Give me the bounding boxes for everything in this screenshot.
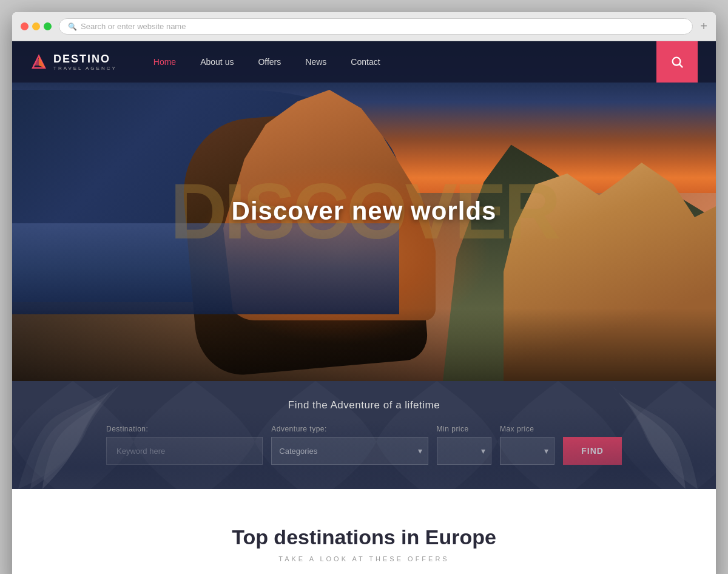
nav-link-home[interactable]: Home bbox=[141, 41, 188, 83]
logo-text: DESTINO TRAVEL AGENCY bbox=[53, 53, 117, 71]
bottom-title: Top destinations in Europe bbox=[36, 525, 692, 549]
destination-input[interactable] bbox=[106, 437, 263, 465]
search-panel: Find the Adventure of a lifetime Destina… bbox=[12, 381, 716, 489]
bottom-section: Top destinations in Europe TAKE A LOOK A… bbox=[12, 489, 716, 574]
destination-label: Destination: bbox=[106, 425, 263, 433]
window-controls bbox=[21, 22, 52, 30]
logo-svg bbox=[30, 53, 47, 70]
bottom-subtitle: TAKE A LOOK AT THESE OFFERS bbox=[36, 555, 692, 562]
minimize-button[interactable] bbox=[32, 22, 40, 30]
min-price-select-wrapper: $100 $200 $500 $1000 bbox=[437, 437, 491, 465]
browser-chrome: 🔍 Search or enter website name + bbox=[12, 12, 716, 41]
search-button[interactable] bbox=[656, 41, 698, 83]
svg-marker-1 bbox=[33, 58, 39, 66]
svg-point-3 bbox=[673, 58, 681, 66]
address-bar[interactable]: 🔍 Search or enter website name bbox=[59, 18, 693, 35]
website-content: DESTINO TRAVEL AGENCY Home About us Offe… bbox=[12, 41, 716, 574]
logo-icon bbox=[30, 53, 47, 70]
search-icon bbox=[670, 55, 684, 69]
find-button[interactable]: Find bbox=[563, 437, 622, 465]
hero-title: Discover new worlds bbox=[232, 197, 497, 226]
adventure-select-wrapper: Categories Beach Mountain City Adventure bbox=[271, 437, 428, 465]
min-price-select[interactable]: $100 $200 $500 $1000 bbox=[437, 437, 491, 465]
min-price-group: Min price $100 $200 $500 $1000 bbox=[437, 425, 491, 465]
close-button[interactable] bbox=[21, 22, 29, 30]
search-icon: 🔍 bbox=[68, 22, 77, 31]
maximize-button[interactable] bbox=[44, 22, 52, 30]
max-price-select-wrapper: $500 $1000 $2000 $5000 bbox=[500, 437, 554, 465]
brand-name: DESTINO bbox=[53, 53, 117, 66]
adventure-label: Adventure type: bbox=[271, 425, 428, 433]
min-price-label: Min price bbox=[437, 425, 491, 433]
nav-link-about[interactable]: About us bbox=[188, 41, 246, 83]
svg-line-4 bbox=[679, 64, 682, 67]
nav-link-contact[interactable]: Contact bbox=[339, 41, 392, 83]
max-price-select[interactable]: $500 $1000 $2000 $5000 bbox=[500, 437, 554, 465]
hero-content: Discover new worlds bbox=[232, 197, 497, 226]
destination-group: Destination: bbox=[106, 425, 263, 465]
navbar: DESTINO TRAVEL AGENCY Home About us Offe… bbox=[12, 41, 716, 83]
nav-links: Home About us Offers News Contact bbox=[141, 41, 656, 83]
adventure-select[interactable]: Categories Beach Mountain City Adventure bbox=[271, 437, 428, 465]
logo[interactable]: DESTINO TRAVEL AGENCY bbox=[30, 53, 117, 71]
browser-window: 🔍 Search or enter website name + bbox=[12, 12, 716, 574]
brand-tagline: TRAVEL AGENCY bbox=[53, 66, 117, 71]
search-subtitle: Find the Adventure of a lifetime bbox=[36, 399, 692, 411]
svg-marker-2 bbox=[39, 56, 45, 68]
adventure-group: Adventure type: Categories Beach Mountai… bbox=[271, 425, 428, 465]
nav-link-news[interactable]: News bbox=[293, 41, 339, 83]
address-text: Search or enter website name bbox=[81, 22, 186, 31]
max-price-group: Max price $500 $1000 $2000 $5000 bbox=[500, 425, 554, 465]
hero-section: DESTINO TRAVEL AGENCY Home About us Offe… bbox=[12, 41, 716, 381]
new-tab-button[interactable]: + bbox=[700, 19, 707, 33]
hero-reflection bbox=[12, 223, 399, 314]
nav-link-offers[interactable]: Offers bbox=[246, 41, 293, 83]
max-price-label: Max price bbox=[500, 425, 554, 433]
hero-foreground bbox=[12, 308, 716, 381]
search-form: Destination: Adventure type: Categories … bbox=[106, 425, 622, 465]
